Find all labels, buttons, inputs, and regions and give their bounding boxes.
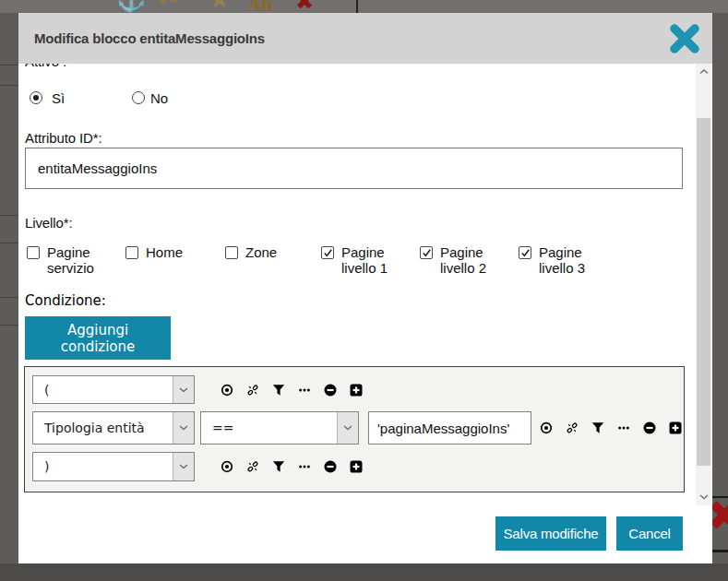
add-condition-button[interactable]: Aggiungi condizione <box>25 316 171 360</box>
unlink-icon[interactable] <box>246 384 259 397</box>
add-condition-icon[interactable] <box>669 421 682 434</box>
attributo-id-input[interactable] <box>25 148 683 189</box>
select-value: Tipologia entità <box>44 412 145 444</box>
select-value: == <box>212 412 233 444</box>
background-line <box>0 65 18 65</box>
background-line <box>710 550 728 552</box>
select-value: ) <box>44 453 49 480</box>
target-icon[interactable] <box>221 384 233 397</box>
close-button[interactable] <box>670 24 699 53</box>
target-icon[interactable] <box>540 421 553 434</box>
check-icon <box>421 247 433 259</box>
delete-icon: ✖ <box>295 0 314 13</box>
checkbox-pagine-livello-3[interactable] <box>519 246 531 259</box>
attivo-si-radio[interactable] <box>30 91 42 104</box>
cancel-button[interactable]: Cancel <box>616 516 683 551</box>
anchor-icon: ⚓ <box>116 0 146 11</box>
filter-icon[interactable] <box>591 421 604 434</box>
chevron-down-icon <box>699 494 709 500</box>
condition-row2-actions <box>540 411 682 445</box>
attributo-id-label: Attributo ID*: <box>25 130 102 146</box>
checkbox-label: Zone <box>245 244 277 260</box>
background-toolbar: ⚓ ✂ ★ Ab ✖ <box>0 0 728 13</box>
remove-condition-icon[interactable] <box>324 384 337 397</box>
scroll-up-button[interactable] <box>696 64 711 80</box>
condition-row2-field-select[interactable]: Tipologia entità <box>32 411 195 445</box>
background-line <box>0 297 18 298</box>
crossed-tools-icon: ✂ <box>159 0 179 11</box>
attivo-no-label: No <box>150 90 168 106</box>
checkbox-label: livello 2 <box>440 260 486 276</box>
checkbox-label: livello 3 <box>539 260 585 276</box>
condizione-label: Condizione: <box>25 292 106 309</box>
ab-text-icon: Ab <box>247 0 273 13</box>
chevron-down-icon <box>173 376 194 403</box>
unlink-icon[interactable] <box>246 460 259 473</box>
star-icon: ★ <box>209 0 230 11</box>
checkbox-pagine-livello-2[interactable] <box>420 246 433 259</box>
check-icon <box>322 247 334 259</box>
toolbar-divider <box>356 0 358 13</box>
background-line <box>0 215 18 216</box>
dialog-title: Modifica blocco entitaMessaggioIns <box>34 13 265 64</box>
save-button[interactable]: Salva modifiche <box>495 516 606 551</box>
background-line <box>0 325 18 326</box>
background-line <box>0 243 18 243</box>
edit-block-dialog: Attivo : Modifica blocco entitaMessaggio… <box>18 13 712 563</box>
chevron-down-icon <box>337 412 358 444</box>
check-icon <box>519 247 531 259</box>
overlay-bottom <box>0 563 728 581</box>
remove-condition-icon[interactable] <box>643 421 656 434</box>
checkbox-pagine-livello-1[interactable] <box>321 246 334 259</box>
background-line <box>0 85 18 86</box>
checkbox-label: livello 1 <box>341 260 388 276</box>
close-icon <box>670 24 699 53</box>
condition-row1-actions <box>221 375 363 404</box>
livello-label: Livello*: <box>25 215 73 231</box>
condition-row2-value-input[interactable] <box>368 411 531 445</box>
scroll-down-button[interactable] <box>696 489 711 505</box>
ellipsis-icon[interactable] <box>298 384 311 397</box>
chevron-down-icon <box>173 412 194 444</box>
add-condition-icon[interactable] <box>350 384 363 397</box>
chevron-up-icon <box>699 69 709 75</box>
dialog-header: Modifica blocco entitaMessaggioIns <box>18 13 712 64</box>
unlink-icon[interactable] <box>566 421 579 434</box>
attivo-si-label: Sì <box>52 90 65 106</box>
condition-row2-operator-select[interactable]: == <box>200 411 359 445</box>
condition-row1-select[interactable]: ( <box>32 375 195 404</box>
attivo-no-radio[interactable] <box>132 91 145 104</box>
remove-condition-icon[interactable] <box>324 460 337 473</box>
radio-dot <box>33 95 39 101</box>
scrollbar-thumb[interactable] <box>697 118 710 466</box>
screen: ⚓ ✂ ★ Ab ✖ ✖ Attivo : Modifica blocco en… <box>0 0 728 581</box>
checkbox-home[interactable] <box>125 246 138 259</box>
checkbox-label: Pagine <box>47 244 90 260</box>
chevron-down-icon <box>173 453 194 480</box>
checkbox-label: Pagine <box>341 244 385 260</box>
condition-builder: ( Tipologia entità == <box>24 366 685 492</box>
ellipsis-icon[interactable] <box>298 460 311 473</box>
filter-icon[interactable] <box>272 384 285 397</box>
checkbox-label: Pagine <box>539 244 582 260</box>
target-icon[interactable] <box>221 460 233 473</box>
checkbox-label: Home <box>146 244 183 260</box>
checkbox-pagine-servizio[interactable] <box>27 246 40 259</box>
dialog-scrollbar[interactable] <box>696 64 711 505</box>
filter-icon[interactable] <box>272 460 285 473</box>
condition-row3-select[interactable]: ) <box>32 452 195 481</box>
select-value: ( <box>44 376 49 403</box>
add-condition-icon[interactable] <box>350 460 363 473</box>
checkbox-label: servizio <box>47 260 94 276</box>
ellipsis-icon[interactable] <box>617 421 630 434</box>
checkbox-label: Pagine <box>440 244 483 260</box>
condition-row3-actions <box>221 452 363 481</box>
checkbox-zone[interactable] <box>225 246 238 259</box>
